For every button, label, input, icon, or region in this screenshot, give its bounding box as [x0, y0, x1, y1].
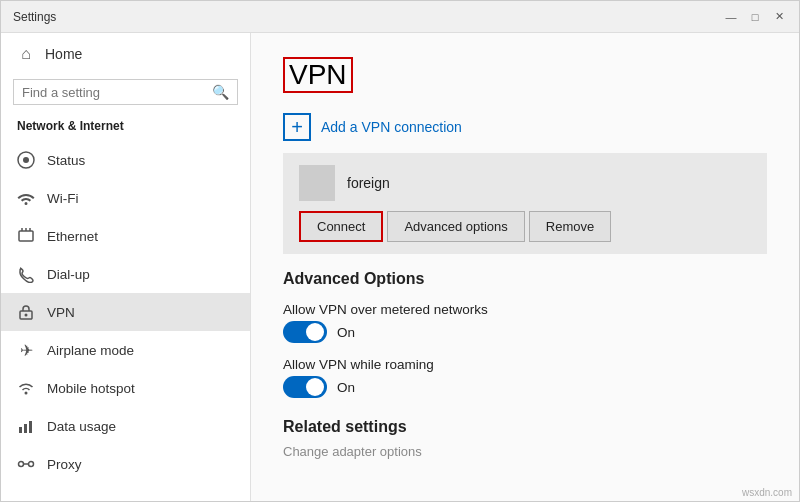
sidebar-section-title: Network & Internet	[1, 113, 250, 141]
sidebar-item-dialup[interactable]: Dial-up	[1, 255, 250, 293]
advanced-options-button[interactable]: Advanced options	[387, 211, 524, 242]
toggle1-switch[interactable]	[283, 321, 327, 343]
related-link-adapter[interactable]: Change adapter options	[283, 444, 767, 459]
connect-button[interactable]: Connect	[299, 211, 383, 242]
vpn-label: VPN	[47, 305, 75, 320]
home-label: Home	[45, 46, 82, 62]
search-box[interactable]: 🔍	[13, 79, 238, 105]
window-controls: — □ ✕	[723, 9, 787, 25]
toggle2-label: Allow VPN while roaming	[283, 357, 767, 372]
dialup-icon	[17, 265, 35, 283]
toggle2-with-text: On	[283, 376, 767, 398]
wifi-label: Wi-Fi	[47, 191, 78, 206]
home-icon: ⌂	[17, 45, 35, 63]
toggle1-state: On	[337, 325, 355, 340]
svg-rect-10	[24, 424, 27, 433]
proxy-icon	[17, 455, 35, 473]
remove-button[interactable]: Remove	[529, 211, 611, 242]
hotspot-icon	[17, 379, 35, 397]
toggle2-state: On	[337, 380, 355, 395]
ethernet-label: Ethernet	[47, 229, 98, 244]
sidebar-item-hotspot[interactable]: Mobile hotspot	[1, 369, 250, 407]
sidebar-item-airplane[interactable]: ✈ Airplane mode	[1, 331, 250, 369]
wifi-icon	[17, 189, 35, 207]
datausage-label: Data usage	[47, 419, 116, 434]
ethernet-icon	[17, 227, 35, 245]
vpn-card-top: foreign	[299, 165, 751, 201]
svg-point-1	[23, 157, 29, 163]
maximize-button[interactable]: □	[747, 9, 763, 25]
add-icon: +	[283, 113, 311, 141]
toggle1-label: Allow VPN over metered networks	[283, 302, 767, 317]
sidebar-item-home[interactable]: ⌂ Home	[1, 33, 250, 75]
toggle2-switch[interactable]	[283, 376, 327, 398]
status-label: Status	[47, 153, 85, 168]
add-vpn-row[interactable]: + Add a VPN connection	[283, 113, 767, 141]
sidebar-item-proxy[interactable]: Proxy	[1, 445, 250, 483]
datausage-icon	[17, 417, 35, 435]
svg-point-12	[19, 462, 24, 467]
search-icon: 🔍	[212, 84, 229, 100]
proxy-label: Proxy	[47, 457, 82, 472]
vpn-icon	[17, 303, 35, 321]
titlebar: Settings — □ ✕	[1, 1, 799, 33]
add-vpn-label: Add a VPN connection	[321, 119, 462, 135]
airplane-icon: ✈	[17, 341, 35, 359]
sidebar-item-wifi[interactable]: Wi-Fi	[1, 179, 250, 217]
close-button[interactable]: ✕	[771, 9, 787, 25]
vpn-connection-card: foreign Connect Advanced options Remove	[283, 153, 767, 254]
page-title: VPN	[283, 57, 353, 93]
toggle1-with-text: On	[283, 321, 767, 343]
svg-point-7	[25, 314, 28, 317]
sidebar: ⌂ Home 🔍 Network & Internet Status Wi-Fi	[1, 33, 251, 501]
window-title: Settings	[13, 10, 56, 24]
svg-point-8	[25, 392, 28, 395]
sidebar-item-ethernet[interactable]: Ethernet	[1, 217, 250, 255]
hotspot-label: Mobile hotspot	[47, 381, 135, 396]
toggle-row-roaming: Allow VPN while roaming On	[283, 357, 767, 398]
sidebar-item-status[interactable]: Status	[1, 141, 250, 179]
vpn-avatar	[299, 165, 335, 201]
vpn-connection-name: foreign	[347, 175, 390, 191]
airplane-label: Airplane mode	[47, 343, 134, 358]
minimize-button[interactable]: —	[723, 9, 739, 25]
vpn-buttons: Connect Advanced options Remove	[299, 211, 751, 242]
svg-point-13	[29, 462, 34, 467]
search-input[interactable]	[22, 85, 212, 100]
sidebar-item-datausage[interactable]: Data usage	[1, 407, 250, 445]
sidebar-item-vpn[interactable]: VPN	[1, 293, 250, 331]
dialup-label: Dial-up	[47, 267, 90, 282]
advanced-options-title: Advanced Options	[283, 270, 767, 288]
status-icon	[17, 151, 35, 169]
watermark: wsxdn.com	[742, 487, 792, 498]
related-settings-title: Related settings	[283, 418, 767, 436]
svg-rect-9	[19, 427, 22, 433]
svg-rect-11	[29, 421, 32, 433]
content-area: VPN + Add a VPN connection foreign Conne…	[251, 33, 799, 501]
toggle-row-metered: Allow VPN over metered networks On	[283, 302, 767, 343]
svg-rect-2	[19, 231, 33, 241]
